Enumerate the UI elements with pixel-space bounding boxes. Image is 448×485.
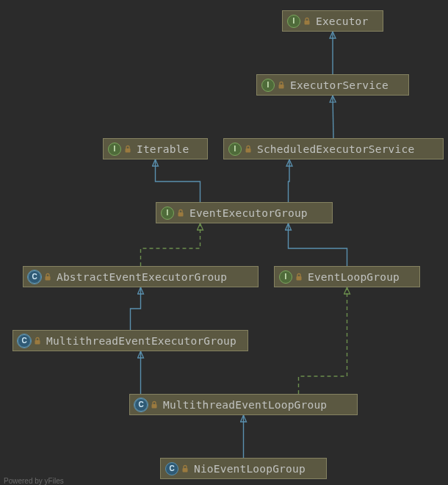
node-meeg[interactable]: C MultithreadEventExecutorGroup (12, 330, 248, 351)
node-meeg-label: MultithreadEventExecutorGroup (46, 335, 236, 347)
svg-rect-1 (279, 85, 284, 89)
node-aeeg-label: AbstractEventExecutorGroup (57, 271, 227, 283)
interface-icon: I (261, 79, 275, 92)
node-eeg-label: EventExecutorGroup (189, 207, 308, 219)
abstract-class-icon: C (18, 334, 31, 348)
lock-icon (176, 209, 185, 218)
node-executorService[interactable]: I ExecutorService (256, 74, 409, 96)
edge-ses-to-executorService (333, 96, 333, 138)
node-executor-label: Executor (316, 15, 368, 27)
svg-rect-2 (126, 148, 131, 153)
edge-melg-to-elg (299, 287, 347, 394)
edge-aeeg-to-eeg (141, 223, 200, 266)
node-executor[interactable]: I Executor (282, 10, 383, 32)
svg-rect-3 (246, 148, 251, 153)
interface-icon: I (161, 206, 174, 220)
svg-rect-6 (297, 276, 302, 281)
interface-icon: I (287, 15, 300, 28)
svg-rect-5 (46, 276, 51, 281)
edge-eeg-to-iterable (156, 159, 200, 202)
node-eeg[interactable]: I EventExecutorGroup (156, 202, 333, 223)
svg-rect-0 (305, 21, 310, 25)
lock-icon (33, 337, 42, 345)
svg-rect-8 (152, 404, 157, 409)
node-ses-label: ScheduledExecutorService (257, 143, 414, 155)
svg-rect-7 (35, 340, 40, 345)
node-nio[interactable]: C NioEventLoopGroup (160, 458, 327, 479)
node-iterable-label: Iterable (137, 143, 189, 155)
interface-icon: I (108, 143, 121, 156)
node-melg[interactable]: C MultithreadEventLoopGroup (129, 394, 358, 415)
lock-icon (295, 273, 303, 281)
node-aeeg[interactable]: C AbstractEventExecutorGroup (23, 266, 259, 287)
class-icon: C (165, 462, 178, 475)
lock-icon (150, 400, 159, 409)
edge-eeg-to-ses (289, 159, 290, 202)
edge-elg-to-eeg (289, 223, 347, 266)
lock-icon (303, 17, 311, 26)
node-elg-label: EventLoopGroup (308, 271, 400, 283)
edge-meeg-to-aeeg (131, 287, 141, 330)
lock-icon (181, 464, 189, 473)
powered-by-label: Powered by yFiles (4, 477, 64, 485)
interface-icon: I (228, 143, 242, 156)
node-melg-label: MultithreadEventLoopGroup (163, 399, 327, 411)
lock-icon (123, 145, 132, 154)
interface-icon: I (279, 270, 292, 284)
node-nio-label: NioEventLoopGroup (194, 463, 306, 475)
node-iterable[interactable]: I Iterable (103, 138, 208, 159)
node-elg[interactable]: I EventLoopGroup (274, 266, 420, 287)
lock-icon (43, 273, 52, 281)
node-ses[interactable]: I ScheduledExecutorService (223, 138, 444, 159)
abstract-class-icon: C (28, 270, 41, 284)
lock-icon (244, 145, 253, 154)
abstract-class-icon: C (134, 398, 148, 412)
svg-rect-9 (183, 468, 188, 473)
node-executorService-label: ExecutorService (290, 79, 389, 91)
svg-rect-4 (178, 212, 184, 217)
lock-icon (277, 81, 286, 90)
